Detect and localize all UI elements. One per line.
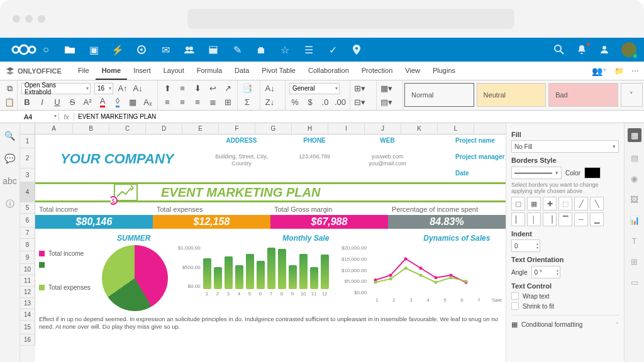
text-settings-icon[interactable]: T — [632, 236, 637, 246]
photos-icon[interactable]: ▣ — [88, 44, 99, 55]
font-grow-icon[interactable]: A↑ — [117, 83, 128, 94]
fill-color-icon[interactable]: ◊ — [112, 96, 123, 107]
table-settings-icon[interactable]: ▤ — [631, 153, 638, 163]
border-color-picker[interactable] — [584, 167, 601, 178]
font-size-select[interactable]: 16 — [94, 83, 113, 94]
tab-insert[interactable]: Insert — [127, 62, 157, 80]
row-header[interactable]: 11 — [20, 275, 35, 287]
formula-input[interactable]: EVENT MARKETING PLAN — [74, 113, 506, 120]
italic-button[interactable]: I — [36, 96, 48, 107]
angle-spinner[interactable]: 0 ° — [531, 266, 560, 278]
tab-collaboration[interactable]: Collaboration — [302, 62, 355, 80]
clear-format-icon[interactable]: Aᵪ — [142, 96, 153, 107]
sort-asc-icon[interactable]: A↓ — [264, 83, 275, 94]
decimal-dec-icon[interactable]: .00 — [335, 96, 346, 107]
tab-pivot[interactable]: Pivot Table — [255, 62, 302, 80]
row-header[interactable]: 10 — [20, 264, 35, 275]
row-header[interactable]: 15 — [20, 321, 35, 334]
feedback-icon[interactable]: ⓘ — [6, 199, 14, 210]
tab-file[interactable]: File — [72, 62, 96, 80]
col-header[interactable]: C — [109, 123, 146, 134]
search-pane-icon[interactable]: 🔍 — [4, 131, 15, 141]
tasks-list-icon[interactable]: ☰ — [303, 44, 314, 55]
col-header[interactable]: K — [401, 123, 438, 134]
fx-icon[interactable]: fx — [59, 113, 74, 121]
cond-format-label[interactable]: Conditional formatting — [521, 321, 612, 328]
border-right[interactable]: ▕ — [543, 212, 557, 226]
row-header[interactable]: 7 — [20, 228, 35, 239]
col-header[interactable]: L — [438, 123, 474, 134]
nextcloud-logo[interactable] — [8, 43, 40, 56]
sort-desc-icon[interactable]: Z↓ — [264, 96, 275, 107]
font-select[interactable]: Open Sans Extrabold — [21, 83, 91, 94]
files-icon[interactable] — [64, 44, 75, 55]
calendar-icon[interactable] — [208, 44, 219, 55]
col-header[interactable]: D — [146, 123, 182, 134]
contacts-menu-icon[interactable] — [599, 44, 610, 55]
maps-icon[interactable] — [351, 44, 362, 55]
image-settings-icon[interactable]: 🖼 — [630, 195, 638, 204]
wrap-checkbox[interactable] — [511, 292, 519, 300]
align-center-icon[interactable]: ≡ — [177, 96, 188, 107]
cell-grid[interactable]: ADDRESS PHONE WEB Project name YOUR COMP… — [35, 134, 506, 362]
bold-button[interactable]: B — [21, 96, 33, 107]
copy-icon[interactable]: ⧉ — [4, 83, 15, 94]
spreadsheet[interactable]: A B C D E F G H I J K L 1 2 3 4 5 6 7 8 … — [20, 123, 506, 362]
paste-icon[interactable]: 📋 — [4, 96, 15, 107]
tasks-icon[interactable]: ✓ — [327, 44, 338, 55]
comments-pane-icon[interactable]: 💬 — [4, 153, 15, 163]
tab-data[interactable]: Data — [228, 62, 255, 80]
contacts-icon[interactable] — [184, 44, 195, 55]
url-bar[interactable] — [187, 9, 514, 29]
spellcheck-icon[interactable]: abc — [3, 176, 17, 186]
border-bottom[interactable]: ▁ — [590, 212, 604, 226]
activity-icon[interactable]: ⚡ — [112, 44, 123, 55]
border-all[interactable]: ▦ — [527, 197, 541, 211]
tab-protection[interactable]: Protection — [355, 62, 399, 80]
col-header[interactable]: G — [255, 123, 292, 134]
font-color-icon[interactable]: A — [97, 96, 108, 107]
tab-formula[interactable]: Formula — [191, 62, 228, 80]
cell-style-bad[interactable]: Bad — [548, 83, 618, 107]
row-header[interactable]: 5 — [20, 202, 35, 214]
tab-plugins[interactable]: Plugins — [426, 62, 462, 80]
row-header[interactable]: 2 — [20, 148, 35, 168]
super-sub-icon[interactable]: A² — [82, 96, 93, 107]
row-header[interactable]: 16 — [20, 334, 35, 346]
shape-settings-icon[interactable]: ◉ — [631, 174, 638, 184]
font-shrink-icon[interactable]: A↓ — [132, 83, 143, 94]
insert-cells-icon[interactable]: ⊞▾ — [354, 83, 365, 94]
decimal-inc-icon[interactable]: .0 — [319, 96, 331, 107]
col-header[interactable]: E — [182, 123, 219, 134]
row-header[interactable]: 12 — [20, 287, 35, 298]
search-icon[interactable] — [553, 44, 565, 55]
row-header[interactable]: 9 — [20, 251, 35, 264]
row-header[interactable]: 4 — [20, 182, 35, 202]
mail-icon[interactable]: ✉ — [160, 44, 171, 55]
fill-select[interactable]: No Fill — [511, 140, 619, 153]
tab-view[interactable]: View — [399, 62, 426, 80]
row-header[interactable]: 3 — [20, 168, 35, 182]
delete-cells-icon[interactable]: ⊟▾ — [354, 96, 365, 107]
border-diag-up[interactable]: ╱ — [574, 197, 588, 211]
chart-settings-icon[interactable]: 📊 — [630, 216, 640, 225]
shrink-checkbox[interactable] — [511, 302, 519, 310]
wrap-icon[interactable]: ↩ — [207, 83, 218, 94]
border-inner[interactable]: ✚ — [543, 197, 557, 211]
named-range-icon[interactable]: 📑 — [242, 83, 253, 94]
border-diag-down[interactable]: ╲ — [590, 197, 604, 211]
col-header[interactable]: J — [365, 123, 401, 134]
dashboard-icon[interactable]: ○ — [40, 44, 52, 55]
cell-style-neutral[interactable]: Neutral — [477, 83, 547, 107]
border-left[interactable]: ▏ — [511, 212, 525, 226]
strike-button[interactable]: S — [67, 96, 78, 107]
border-top[interactable]: ▔ — [558, 212, 572, 226]
align-bottom-icon[interactable]: ⬇ — [192, 83, 203, 94]
orientation-icon[interactable]: ↗ — [222, 83, 233, 94]
align-left-icon[interactable]: ≡ — [162, 96, 173, 107]
tab-layout[interactable]: Layout — [157, 62, 191, 80]
merge-icon[interactable]: ⊞ — [222, 96, 233, 107]
favorites-icon[interactable]: ☆ — [279, 44, 291, 55]
share-icon[interactable]: 👥⁺ — [592, 66, 607, 76]
percent-icon[interactable]: % — [289, 96, 301, 107]
